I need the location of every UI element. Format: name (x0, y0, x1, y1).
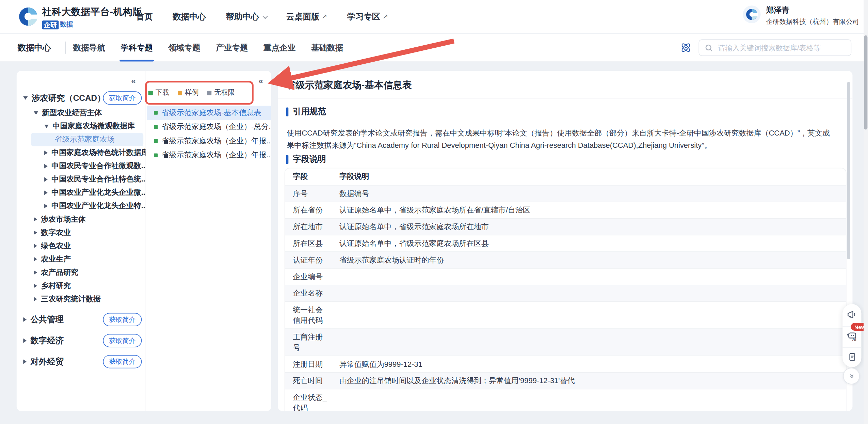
nav-home[interactable]: 首页 (136, 11, 153, 22)
fields-section-heading: 字段说明 (286, 154, 326, 164)
tree-item-2[interactable]: 中国家庭农场微观数据库 (17, 120, 146, 133)
expand-arrow-icon[interactable] (34, 231, 37, 235)
tree-item-label[interactable]: 中国农业产业化龙头企业特... (51, 201, 145, 211)
expand-arrow-icon[interactable] (34, 244, 37, 248)
tree-item-label[interactable]: 涉农市场主体 (41, 214, 86, 224)
tree-item-5[interactable]: 中国农民专业合作社微观数... (17, 159, 146, 173)
tree-item-9[interactable]: 涉农市场主体 (17, 213, 146, 226)
table-row: 死亡时间由企业的注吊销时间以及企业状态清洗得到；异常值用'9999-12-31'… (285, 372, 846, 389)
tree-item-13[interactable]: 农产品研究 (17, 266, 146, 279)
expand-arrow-icon[interactable] (34, 284, 37, 288)
expand-arrow-icon[interactable] (44, 190, 48, 195)
subnav-data-center-label[interactable]: 数据中心 (18, 34, 51, 61)
get-intro-button[interactable]: 获取简介 (103, 355, 142, 368)
tree-item-label[interactable]: 中国家庭农场微观数据库 (52, 121, 135, 131)
table-list-item-0[interactable]: 省级示范家庭农场-基本信息表 (147, 106, 271, 120)
tree-item-label[interactable]: 乡村研究 (41, 281, 71, 291)
tab-data-navigation[interactable]: 数据导航 (73, 42, 105, 53)
tree-item-label[interactable]: 涉农研究（CCAD） (32, 93, 106, 103)
nav-learning-zone[interactable]: 学习专区↗ (347, 11, 388, 22)
brand-logo-icon[interactable] (18, 7, 38, 27)
get-intro-button[interactable]: 获取简介 (103, 313, 142, 326)
tree-item-label[interactable]: 数字农业 (41, 227, 71, 237)
expand-arrow-icon[interactable] (34, 217, 37, 222)
expand-arrow-icon[interactable] (44, 204, 48, 208)
expand-arrow-icon[interactable] (34, 297, 37, 301)
table-list-item-label[interactable]: 省级示范家庭农场-基本信息表 (162, 108, 261, 118)
tree-item-label[interactable]: 中国农业产业化龙头企业微... (51, 188, 145, 198)
tree-item-label[interactable]: 中国农民专业合作社特色统... (51, 174, 145, 184)
field-desc-cell (332, 268, 846, 285)
tree-item-label[interactable]: 绿色农业 (41, 241, 71, 251)
table-row: 注册日期异常值赋值为9999-12-31 (285, 356, 846, 372)
tree-item-label[interactable]: 新型农业经营主体 (42, 108, 102, 118)
tree-item-label[interactable]: 农产品研究 (41, 267, 78, 277)
tree-item-8[interactable]: 中国农业产业化龙头企业特... (17, 199, 146, 213)
expand-arrow-icon[interactable] (23, 317, 27, 322)
tree-item-label[interactable]: 数字经济 (30, 335, 64, 346)
expand-arrow-icon[interactable] (44, 164, 48, 168)
tab-basic-data[interactable]: 基础数据 (311, 42, 343, 53)
tree-item-label[interactable]: 对外经贸 (30, 357, 64, 367)
collapse-arrow-icon[interactable] (34, 111, 38, 115)
tree-item-10[interactable]: 数字农业 (17, 226, 146, 239)
ai-assistant-button[interactable]: New AI (842, 326, 861, 345)
table-list-item-label[interactable]: 省级示范家庭农场（企业）年报... (162, 150, 271, 160)
app-viewport: 社科大数据平台-机构版 企研 数据 首页 数据中心 帮助中心 云桌面版↗ 学习专… (0, 0, 868, 424)
tree-item-16[interactable]: 公共管理获取简介 (17, 312, 146, 327)
collapse-arrow-icon[interactable] (44, 125, 49, 128)
tab-key-enterprises[interactable]: 重点企业 (263, 42, 295, 53)
double-chevron-down-icon: « (847, 374, 856, 378)
get-intro-button[interactable]: 获取简介 (103, 91, 142, 105)
expand-arrow-icon[interactable] (44, 151, 48, 155)
collapse-arrow-icon[interactable] (23, 96, 28, 100)
table-list-item-3[interactable]: 省级示范家庭农场（企业）年报... (147, 148, 271, 162)
feedback-doc-button[interactable] (842, 347, 861, 366)
main-scrollbar-thumb[interactable] (847, 82, 850, 259)
collapse-sidebar-icon[interactable]: « (131, 76, 136, 84)
tree-item-0[interactable]: 涉农研究（CCAD）获取简介 (17, 90, 146, 106)
tree-item-label[interactable]: 三农研究统计数据 (41, 294, 101, 304)
tree-item-11[interactable]: 绿色农业 (17, 239, 146, 253)
search-input[interactable] (717, 43, 845, 52)
citation-section-heading: 引用规范 (286, 106, 326, 117)
atom-icon[interactable] (680, 42, 692, 54)
table-list-item-label[interactable]: 省级示范家庭农场（企业）-总分... (162, 122, 271, 132)
get-intro-button[interactable]: 获取简介 (103, 334, 142, 347)
tree-item-14[interactable]: 乡村研究 (17, 279, 146, 293)
table-list-item-1[interactable]: 省级示范家庭农场（企业）-总分... (147, 120, 271, 134)
nav-help-center[interactable]: 帮助中心 (226, 11, 267, 22)
table-list-item-label[interactable]: 省级示范家庭农场（企业）年报... (162, 136, 271, 146)
nav-cloud-desktop[interactable]: 云桌面版↗ (286, 11, 327, 22)
collapse-float-panel-button[interactable]: « (843, 368, 860, 384)
tree-item-label[interactable]: 公共管理 (30, 314, 64, 325)
expand-arrow-icon[interactable] (34, 257, 37, 262)
expand-arrow-icon[interactable] (44, 177, 48, 182)
nav-data-center[interactable]: 数据中心 (173, 11, 206, 22)
tree-item-18[interactable]: 对外经贸获取简介 (17, 355, 146, 369)
expand-arrow-icon[interactable] (23, 359, 27, 364)
tree-item-label[interactable]: 农业生产 (41, 254, 71, 264)
tree-item-12[interactable]: 农业生产 (17, 253, 146, 266)
tab-subject-topics[interactable]: 学科专题 (121, 42, 153, 53)
tree-item-6[interactable]: 中国农民专业合作社特色统... (17, 173, 146, 186)
tree-item-3[interactable]: 省级示范家庭农场 (31, 133, 143, 146)
tree-item-17[interactable]: 数字经济获取简介 (17, 333, 146, 348)
expand-arrow-icon[interactable] (34, 270, 37, 275)
tree-item-label[interactable]: 中国农民专业合作社微观数... (51, 161, 145, 171)
tab-industry-topics[interactable]: 产业专题 (216, 42, 248, 53)
tree-item-15[interactable]: 三农研究统计数据 (17, 293, 146, 306)
collapse-table-list-icon[interactable]: « (258, 76, 263, 84)
expand-arrow-icon[interactable] (23, 339, 27, 343)
tree-item-label[interactable]: 省级示范家庭农场 (55, 135, 115, 144)
user-avatar[interactable] (743, 5, 760, 23)
tree-item-4[interactable]: 中国家庭农场特色统计数据库 (17, 146, 146, 159)
table-list-item-2[interactable]: 省级示范家庭农场（企业）年报... (147, 134, 271, 148)
tree-item-label[interactable]: 中国家庭农场特色统计数据库 (51, 148, 145, 158)
tree-item-7[interactable]: 中国农业产业化龙头企业微... (17, 186, 146, 199)
tree-item-1[interactable]: 新型农业经营主体 (17, 106, 146, 120)
annotation-highlight-box (145, 81, 254, 105)
tab-field-topics[interactable]: 领域专题 (168, 42, 200, 53)
announcement-button[interactable] (842, 305, 861, 324)
window-scrollbar-thumb[interactable] (864, 35, 868, 129)
